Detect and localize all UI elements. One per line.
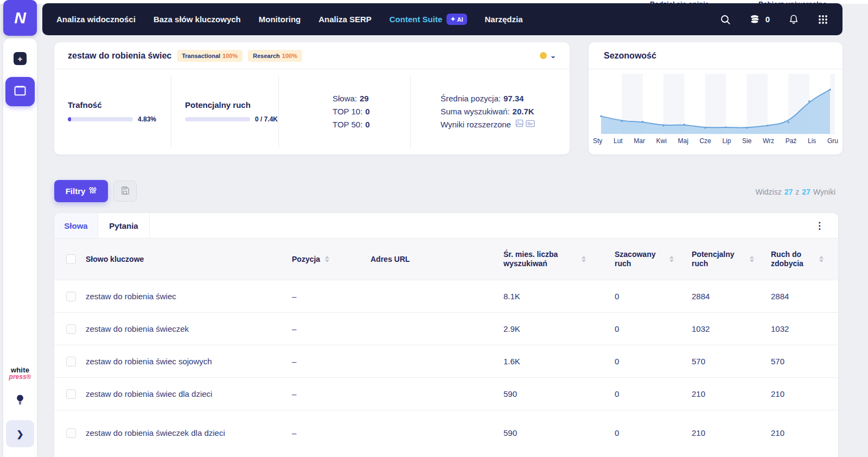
filters-button[interactable]: Filtry [54,180,108,202]
table-row: zestaw do robienia świeczek dla dzieci –… [54,410,838,455]
chevron-down-icon: ⌄ [550,53,556,59]
tab-pytania[interactable]: Pytania [98,213,150,238]
sort-icon[interactable] [325,256,329,262]
estimated-traffic-cell: 0 [615,428,619,437]
save-filters-button[interactable] [113,181,137,202]
searches-cell: 590 [503,389,517,398]
table-header-row: Słowo kluczowe Pozycja Adres URL Śr. mie… [54,239,838,280]
searches-cell: 8.1K [503,292,520,301]
potential-traffic-cell: 1032 [692,324,710,333]
sort-icon[interactable] [750,256,754,262]
sort-icon[interactable] [819,256,824,262]
apps-grid-icon[interactable] [818,14,828,25]
row-checkbox[interactable] [66,428,76,438]
column-header-szacowany-ruch[interactable]: Szacowany ruch [615,250,692,268]
snippet-card-icon [526,118,535,131]
pozycja-cell: – [292,292,296,301]
potential-traffic-cell: 210 [692,428,705,437]
keyword-summary-card: zestaw do robienia świec Transactional10… [54,42,570,155]
lightbulb-icon [15,398,25,408]
column-header-potencjalny-ruch[interactable]: Potencjalny ruch [692,250,771,268]
nav-item-monitoring[interactable]: Monitoring [259,15,301,24]
intent-badge-transactional: Transactional100% [177,50,242,62]
traffic-to-gain-cell: 570 [771,357,784,366]
pozycja-cell: – [292,389,296,398]
intent-badge-research: Research100% [248,50,302,62]
keyword-cell[interactable]: zestaw do robienia świec sojowych [86,356,212,367]
estimated-traffic-cell: 0 [615,324,619,333]
credits-coins-icon[interactable]: 0 [749,14,770,25]
table-menu-ellipsis[interactable]: ⋮ [815,213,838,238]
row-checkbox[interactable] [66,324,76,334]
seasonality-chart [596,74,835,134]
keyword-cell[interactable]: zestaw do robienia świec dla dzieci [86,388,212,400]
traffic-to-gain-cell: 1032 [771,324,789,333]
keywords-table-card: Słowa Pytania ⋮ Słowo kluczowe Pozycja A… [54,213,838,457]
pozycja-cell: – [292,428,296,437]
ai-badge: ✦AI [446,14,467,25]
row-checkbox[interactable] [66,389,76,399]
sort-icon[interactable] [669,256,674,262]
column-header-slowo-kluczowe: Słowo kluczowe [86,255,144,264]
left-sidebar: + white press® ❯ [3,38,37,457]
estimated-traffic-cell: 0 [615,357,619,366]
table-row: zestaw do robienia świec – 8.1K 0 2884 2… [54,280,838,312]
keyword-cell[interactable]: zestaw do robienia świec [86,291,176,302]
chevron-right-icon: ❯ [16,429,23,439]
potential-traffic-cell: 2884 [692,292,710,301]
column-header-ruch-do-zdobycia[interactable]: Ruch do zdobycia [771,250,838,268]
app-logo-letter: N [14,9,26,27]
notes-calendar-button[interactable] [5,77,35,106]
top-navigation: Analiza widoczności Baza słów kluczowych… [42,3,843,35]
nav-item-baza-slow-kluczowych[interactable]: Baza słów kluczowych [154,15,241,24]
keyword-cell[interactable]: zestaw do robienia świeczek dla dzieci [86,427,225,439]
pozycja-cell: – [292,324,296,333]
nav-item-analiza-serp[interactable]: Analiza SERP [318,15,372,24]
app-logo[interactable]: N [3,0,37,36]
nav-item-narzedzia[interactable]: Narzędzia [485,15,523,24]
seasonality-month-labels: StyLutMarKwiMajCzeLipSieWrzPaźLisGru [589,137,843,145]
seasonality-title: Sezonowość [589,42,843,69]
metric-word-counts: Słowa:29 TOP 10:0 TOP 50:0 [279,69,410,154]
trafnosc-progress-fill [68,117,71,121]
trafnosc-progress-track [68,117,133,121]
table-tabs: Słowa Pytania ⋮ [54,213,838,239]
image-result-icon [515,118,524,131]
traffic-to-gain-cell: 210 [771,389,784,398]
add-project-button[interactable]: + [14,52,27,65]
row-checkbox[interactable] [66,292,76,301]
nav-item-analiza-widocznosci[interactable]: Analiza widoczności [56,15,136,24]
keyword-title: zestaw do robienia świec [68,51,171,61]
tab-slowa[interactable]: Słowa [54,213,98,238]
column-header-adres-url: Adres URL [371,255,410,264]
row-checkbox[interactable] [66,357,76,366]
potential-traffic-cell: 210 [692,389,705,398]
save-floppy-icon [120,186,130,197]
column-header-sr-mies-liczba-wyszukiwan[interactable]: Śr. mies. liczba wyszukiwań [503,250,615,268]
select-all-checkbox[interactable] [66,254,76,264]
potential-traffic-cell: 570 [692,357,705,366]
column-header-pozycja[interactable]: Pozycja [292,255,371,264]
nav-item-content-suite[interactable]: Content Suite [390,15,443,24]
traffic-to-gain-cell: 210 [771,428,784,437]
searches-cell: 2.9K [503,324,520,333]
status-dropdown[interactable]: ⌄ [540,52,556,59]
pozycja-cell: – [292,357,296,366]
estimated-traffic-cell: 0 [615,389,619,398]
filter-sliders-icon [89,186,97,196]
notifications-bell-icon[interactable] [788,14,799,25]
keyword-cell[interactable]: zestaw do robienia świeczek [86,323,189,334]
search-icon[interactable] [720,14,731,25]
sort-icon[interactable] [582,256,586,262]
table-row: zestaw do robienia świec dla dzieci – 59… [54,377,838,410]
sidebar-expand-button[interactable]: ❯ [6,420,34,447]
plus-icon: + [18,54,23,63]
sparkle-icon: ✦ [450,16,455,23]
table-row: zestaw do robienia świec sojowych – 1.6K… [54,345,838,377]
metric-trafnosc: Trafność 4.83% [54,69,171,154]
metric-position-stats: Średnia pozycja:97.34 Suma wyszukiwań:20… [411,69,570,154]
table-row: zestaw do robienia świeczek – 2.9K 0 103… [54,312,838,345]
potencjalny-progress-track [185,117,250,121]
whitepress-logo: white press® [9,367,31,380]
tips-button[interactable] [15,394,25,408]
